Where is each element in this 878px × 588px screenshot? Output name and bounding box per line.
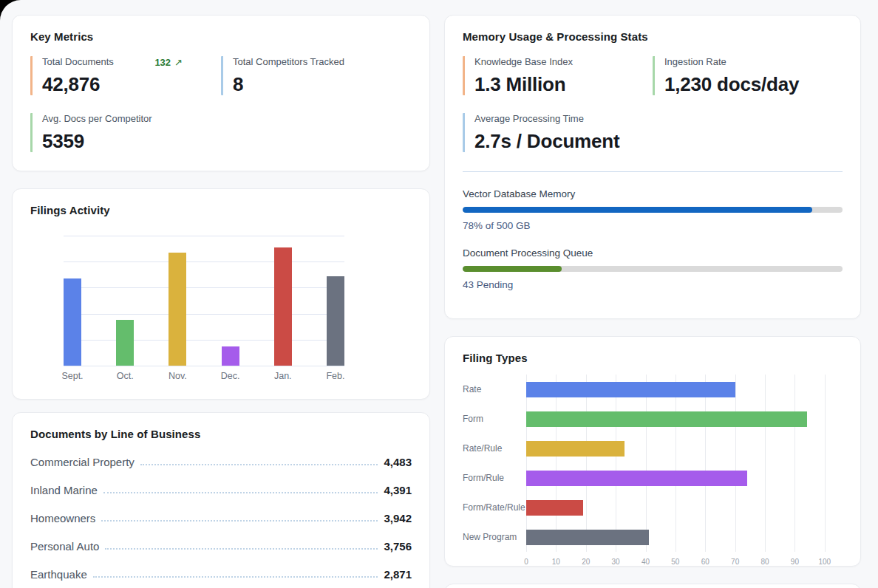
dotted-leader xyxy=(101,520,378,522)
x-tick-label: Dec. xyxy=(221,371,240,381)
bar-track xyxy=(526,382,843,397)
metric-header: Knowledge Base Index xyxy=(474,56,653,68)
category-label: Form/Rule xyxy=(463,473,526,483)
filings-activity-card: Filings Activity Sept.Oct.Nov.Dec.Jan.Fe… xyxy=(12,188,430,400)
documents-by-lob-list: Commercial Property4,483Inland Marine4,3… xyxy=(30,456,412,581)
metric-block: Ingestion Rate1,230 docs/day xyxy=(653,56,843,95)
bar-rate xyxy=(526,382,735,397)
partially-visible-card xyxy=(444,584,861,588)
right-column: Memory Usage & Processing Stats Knowledg… xyxy=(444,15,861,588)
filing-types-card: Filing Types RateFormRate/RuleForm/RuleF… xyxy=(444,336,861,567)
progress-group: Vector Database Memory78% of 500 GB xyxy=(463,188,843,231)
metric-header: Ingestion Rate xyxy=(664,56,843,68)
bar-row: Rate xyxy=(463,375,843,404)
x-tick-label: Nov. xyxy=(169,371,187,381)
bar-formrule xyxy=(526,471,747,486)
metric-block: Avg. Docs per Competitor5359 xyxy=(30,113,221,152)
lob-value: 4,483 xyxy=(384,456,412,468)
lob-label: Commercial Property xyxy=(30,456,135,468)
metric-label: Ingestion Rate xyxy=(664,56,726,68)
left-column: Key Metrics Total Documents132↗42,876Tot… xyxy=(12,15,430,588)
bar-oct xyxy=(116,320,134,366)
metric-value: 5359 xyxy=(42,130,221,152)
filing-types-chart: RateFormRate/RuleForm/RuleForm/Rate/Rule… xyxy=(463,375,843,570)
bar-row: Form xyxy=(463,404,843,434)
memory-stats-grid: Knowledge Base Index1.3 MillionIngestion… xyxy=(463,56,843,152)
lob-row: Homeowners3,942 xyxy=(30,512,412,524)
metric-header: Total Documents132↗ xyxy=(42,56,221,68)
bar-jan xyxy=(274,247,292,366)
filings-activity-title: Filings Activity xyxy=(30,204,412,216)
metric-label: Total Competitors Tracked xyxy=(233,56,344,68)
bar-newprogram xyxy=(526,530,649,545)
x-tick-label: Feb. xyxy=(326,371,344,381)
lob-label: Homeowners xyxy=(30,512,95,524)
memory-stats-card: Memory Usage & Processing Stats Knowledg… xyxy=(444,15,861,319)
metric-delta: 132↗ xyxy=(154,57,183,68)
category-label: Form xyxy=(463,414,526,424)
progress-caption: 78% of 500 GB xyxy=(463,220,843,231)
bar-track xyxy=(526,471,843,486)
metric-block: Knowledge Base Index1.3 Million xyxy=(463,56,653,95)
bar-row: New Program xyxy=(463,522,843,552)
metric-label: Avg. Docs per Competitor xyxy=(42,113,152,125)
section-divider xyxy=(463,171,843,172)
dashboard-page: Key Metrics Total Documents132↗42,876Tot… xyxy=(0,0,878,588)
bar-row: Form/Rate/Rule xyxy=(463,493,843,522)
x-tick-label: 50 xyxy=(671,558,679,566)
bar-formraterule xyxy=(526,500,583,516)
metric-label: Total Documents xyxy=(42,56,114,68)
category-label: Form/Rate/Rule xyxy=(463,502,526,513)
bar-slot: Dec. xyxy=(222,236,239,366)
progress-caption: 43 Pending xyxy=(463,279,843,290)
x-tick-label: Oct. xyxy=(117,371,134,381)
bar-sept xyxy=(64,278,81,366)
metric-block: Average Processing Time2.7s / Document xyxy=(463,113,653,152)
progress-label: Vector Database Memory xyxy=(463,188,843,199)
progress-track xyxy=(463,207,843,213)
progress-track xyxy=(463,266,843,272)
bar-slot: Nov. xyxy=(169,236,186,366)
metric-value: 1.3 Million xyxy=(474,73,653,95)
dotted-leader xyxy=(93,576,378,578)
metric-block: Total Documents132↗42,876 xyxy=(30,56,221,95)
metric-header: Average Processing Time xyxy=(474,113,653,125)
gridline xyxy=(64,366,344,366)
bar-row: Form/Rule xyxy=(463,463,843,493)
x-tick-label: 100 xyxy=(818,558,831,566)
lob-row: Personal Auto3,756 xyxy=(30,540,412,553)
lob-label: Inland Marine xyxy=(30,484,98,496)
key-metrics-card: Key Metrics Total Documents132↗42,876Tot… xyxy=(12,15,430,171)
bar-track xyxy=(526,441,843,457)
bar-dec xyxy=(222,346,239,366)
lob-value: 3,942 xyxy=(384,512,412,524)
bar-feb xyxy=(327,276,344,366)
metric-value: 42,876 xyxy=(42,73,221,95)
documents-by-lob-card: Documents by Line of Business Commercial… xyxy=(12,412,430,588)
lob-row: Inland Marine4,391 xyxy=(30,484,412,496)
trend-up-icon: ↗ xyxy=(174,57,183,68)
category-label: Rate/Rule xyxy=(463,443,526,454)
x-tick-label: 90 xyxy=(791,558,799,566)
delta-value: 132 xyxy=(154,57,171,68)
bar-track xyxy=(526,530,843,545)
x-tick-label: 60 xyxy=(701,558,709,566)
metric-label: Average Processing Time xyxy=(474,113,584,125)
x-tick-label: Sept. xyxy=(61,371,83,381)
metric-value: 2.7s / Document xyxy=(474,130,653,152)
documents-by-lob-title: Documents by Line of Business xyxy=(30,428,412,440)
filings-activity-chart: Sept.Oct.Nov.Dec.Jan.Feb. xyxy=(64,236,344,366)
x-tick-label: 80 xyxy=(760,558,769,566)
bar-slot: Feb. xyxy=(327,236,344,366)
lob-row: Earthquake2,871 xyxy=(30,568,412,581)
category-label: New Program xyxy=(463,532,526,542)
bar-form xyxy=(526,411,807,427)
bar-nov xyxy=(169,253,186,366)
x-tick-label: Jan. xyxy=(274,371,292,381)
metric-value: 8 xyxy=(233,73,412,95)
progress-fill xyxy=(463,207,812,213)
progress-fill xyxy=(463,266,562,272)
dotted-leader xyxy=(140,464,378,465)
lob-label: Personal Auto xyxy=(30,540,99,553)
key-metrics-title: Key Metrics xyxy=(30,30,412,43)
